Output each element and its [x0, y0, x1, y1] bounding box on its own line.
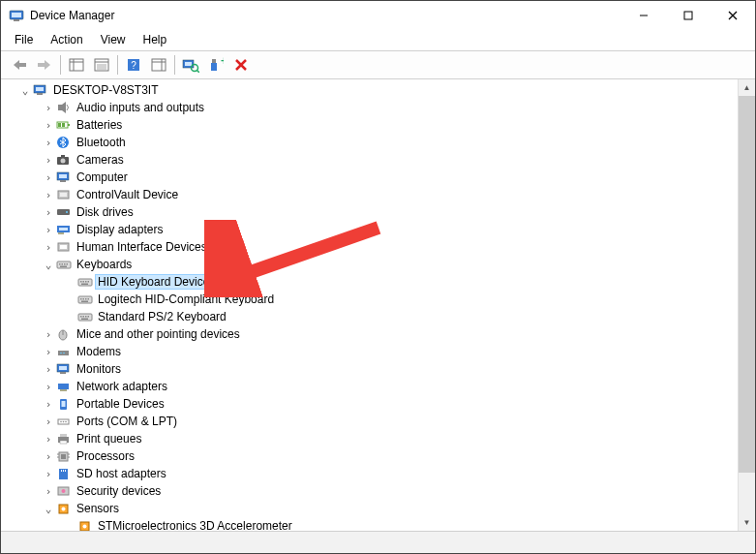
tree-category-hid[interactable]: › Human Interface Devices — [5, 238, 738, 256]
back-button[interactable] — [8, 54, 31, 76]
chevron-down-icon[interactable]: ⌄ — [42, 260, 55, 270]
minimize-button[interactable] — [621, 1, 666, 30]
chevron-right-icon[interactable]: › — [42, 225, 55, 235]
tree-category-sdhost[interactable]: › SD host adapters — [5, 465, 738, 482]
tree-category-sensors[interactable]: ⌄ Sensors — [5, 500, 738, 517]
scroll-up-button[interactable]: ▲ — [739, 79, 755, 96]
chevron-right-icon[interactable]: › — [42, 190, 55, 200]
menu-file[interactable]: File — [7, 31, 41, 48]
chevron-right-icon[interactable]: › — [42, 172, 55, 183]
svg-rect-63 — [60, 266, 67, 268]
add-legacy-hardware-button[interactable]: + — [204, 54, 227, 76]
tree-item-hid-keyboard[interactable]: › HID Keyboard Device — [5, 273, 738, 291]
tree-category-displayadapters[interactable]: › Display adapters — [5, 221, 738, 238]
tree-category-computer[interactable]: › Computer — [5, 169, 738, 186]
sensor-icon — [76, 518, 94, 531]
svg-rect-102 — [61, 454, 66, 459]
scroll-down-button[interactable]: ▼ — [739, 514, 755, 531]
chevron-right-icon[interactable]: › — [42, 382, 55, 392]
tree-category-cameras[interactable]: › Cameras — [5, 151, 738, 169]
svg-rect-72 — [83, 298, 85, 300]
svg-rect-25 — [185, 62, 192, 66]
keyboard-icon — [55, 257, 73, 272]
tree-category-controlvault[interactable]: › ControlVault Device — [5, 186, 738, 203]
help-button[interactable]: ? — [122, 54, 145, 76]
tree-category-mice[interactable]: › Mice and other pointing devices — [5, 325, 738, 343]
properties-button[interactable] — [90, 54, 113, 76]
chevron-down-icon[interactable]: ⌄ — [18, 85, 32, 96]
tree-root[interactable]: ⌄ DESKTOP-V8ST3IT — [5, 81, 738, 99]
tree-category-modems[interactable]: › Modems — [5, 343, 738, 360]
tree-category-ports[interactable]: › Ports (COM & LPT) — [5, 413, 738, 430]
chevron-right-icon[interactable]: › — [42, 103, 55, 113]
tree-category-audio[interactable]: › Audio inputs and outputs — [5, 99, 738, 116]
chevron-right-icon[interactable]: › — [42, 451, 55, 462]
tree-category-network[interactable]: › Network adapters — [5, 378, 738, 395]
window-controls — [621, 1, 755, 30]
device-icon — [55, 187, 73, 202]
chevron-right-icon[interactable]: › — [42, 416, 55, 427]
svg-point-44 — [61, 159, 66, 164]
chevron-right-icon[interactable]: › — [42, 364, 55, 375]
hid-icon — [55, 239, 73, 255]
menu-view[interactable]: View — [93, 31, 134, 48]
chevron-right-icon[interactable]: › — [42, 399, 55, 410]
forward-button[interactable] — [33, 54, 56, 76]
tree-category-processors[interactable]: › Processors — [5, 447, 738, 465]
tree-item-stm-accelerometer[interactable]: › STMicroelectronics 3D Accelerometer — [5, 517, 738, 531]
toolbar-separator — [60, 55, 61, 75]
chevron-right-icon[interactable]: › — [42, 347, 55, 357]
tree-category-portable[interactable]: › Portable Devices — [5, 395, 738, 413]
svg-rect-100 — [60, 441, 67, 444]
tree-category-batteries[interactable]: › Batteries — [5, 116, 738, 134]
svg-rect-11 — [70, 59, 83, 71]
tree-category-bluetooth[interactable]: › Bluetooth — [5, 134, 738, 151]
svg-rect-77 — [80, 316, 82, 318]
tree-category-printqueues[interactable]: › Print queues — [5, 430, 738, 447]
svg-rect-35 — [37, 93, 43, 95]
svg-rect-109 — [63, 470, 64, 472]
maximize-button[interactable] — [666, 1, 711, 30]
tree-category-monitors[interactable]: › Monitors — [5, 360, 738, 378]
statusbar — [1, 531, 755, 553]
close-button[interactable] — [711, 1, 755, 30]
menu-action[interactable]: Action — [43, 31, 90, 48]
svg-point-112 — [62, 489, 66, 493]
tree-category-diskdrives[interactable]: › Disk drives — [5, 203, 738, 221]
vertical-scrollbar[interactable]: ▲ ▼ — [738, 79, 755, 531]
tree-label: Standard PS/2 Keyboard — [96, 310, 228, 323]
tree-label: Display adapters — [75, 223, 165, 236]
svg-rect-59 — [59, 263, 61, 265]
show-hide-console-tree-button[interactable] — [65, 54, 88, 76]
scroll-track[interactable] — [739, 96, 755, 514]
svg-rect-36 — [58, 105, 62, 110]
scroll-thumb[interactable] — [739, 96, 755, 473]
show-hide-action-pane-button[interactable] — [147, 54, 170, 76]
scan-hardware-button[interactable] — [179, 54, 202, 76]
svg-rect-4 — [684, 12, 692, 19]
tree-category-keyboards[interactable]: ⌄ Keyboards — [5, 256, 738, 273]
tree-item-logitech-keyboard[interactable]: › Logitech HID-Compliant Keyboard — [5, 291, 738, 308]
camera-icon — [55, 152, 73, 168]
device-tree[interactable]: ⌄ DESKTOP-V8ST3IT › Audio inputs and out… — [1, 79, 738, 531]
tree-item-ps2-keyboard[interactable]: › Standard PS/2 Keyboard — [5, 308, 738, 325]
chevron-right-icon[interactable]: › — [42, 486, 55, 497]
menu-help[interactable]: Help — [136, 31, 175, 48]
svg-rect-50 — [60, 193, 67, 197]
svg-rect-57 — [60, 245, 67, 249]
svg-rect-34 — [36, 87, 44, 91]
chevron-right-icon[interactable]: › — [42, 242, 55, 253]
chevron-right-icon[interactable]: › — [42, 434, 55, 445]
chevron-right-icon[interactable]: › — [42, 469, 55, 479]
tree-category-security[interactable]: › Security devices — [5, 482, 738, 500]
chevron-down-icon[interactable]: ⌄ — [42, 504, 55, 514]
chevron-right-icon[interactable]: › — [42, 120, 55, 131]
chevron-right-icon[interactable]: › — [42, 155, 55, 166]
svg-rect-60 — [62, 263, 64, 265]
chevron-right-icon[interactable]: › — [42, 138, 55, 148]
uninstall-device-button[interactable] — [229, 54, 253, 76]
chevron-right-icon[interactable]: › — [42, 329, 55, 340]
svg-marker-7 — [14, 60, 19, 70]
chevron-right-icon[interactable]: › — [42, 207, 55, 218]
tree-label: Ports (COM & LPT) — [75, 415, 179, 428]
